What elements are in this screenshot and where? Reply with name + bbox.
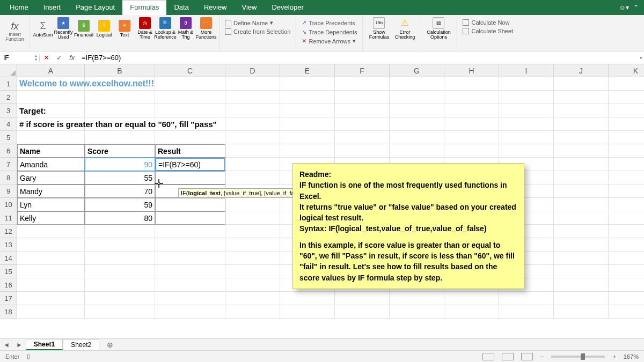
define-name-button[interactable]: Define Name ▾ <box>225 19 290 26</box>
cell-F3[interactable] <box>335 104 390 117</box>
cell-K13[interactable] <box>609 238 644 252</box>
cell-B18[interactable] <box>85 305 155 319</box>
cell-C14[interactable] <box>155 252 225 265</box>
cell-G1[interactable] <box>390 77 444 91</box>
cell-D8[interactable] <box>225 171 280 184</box>
cell-B12[interactable] <box>85 225 155 238</box>
cell-A14[interactable] <box>17 252 85 265</box>
cell-J10[interactable] <box>554 198 609 211</box>
cell-F18[interactable] <box>335 305 390 319</box>
trace-dependents-button[interactable]: ↘Trace Dependents <box>302 28 357 35</box>
date-time-button[interactable]: ◷Date & Time <box>135 17 155 40</box>
text-button[interactable]: AText <box>115 20 134 38</box>
row-header-15[interactable]: 15 <box>0 265 17 278</box>
trace-precedents-button[interactable]: ↗Trace Precedents <box>302 19 357 26</box>
cell-A15[interactable] <box>17 265 85 278</box>
cell-D4[interactable] <box>225 117 280 131</box>
cell-B9[interactable]: 70 <box>85 184 155 198</box>
tab-review[interactable]: Review <box>196 0 235 15</box>
cell-D12[interactable] <box>225 225 280 238</box>
cell-K3[interactable] <box>609 104 644 117</box>
cell-C3[interactable] <box>155 104 225 117</box>
row-header-5[interactable]: 5 <box>0 131 17 144</box>
cell-B14[interactable] <box>85 252 155 265</box>
tab-formulas[interactable]: Formulas <box>122 0 166 15</box>
cell-J1[interactable] <box>554 77 609 91</box>
cell-B10[interactable]: 59 <box>85 198 155 211</box>
cell-G4[interactable] <box>390 117 444 131</box>
cell-C5[interactable] <box>155 131 225 144</box>
cell-C13[interactable] <box>155 238 225 252</box>
cell-K8[interactable] <box>609 171 644 184</box>
cell-I1[interactable] <box>499 77 554 91</box>
cell-B2[interactable] <box>85 91 155 104</box>
remove-arrows-button[interactable]: ⨯Remove Arrows ▾ <box>302 38 357 45</box>
select-all-corner[interactable] <box>0 64 17 77</box>
cell-J6[interactable] <box>554 144 609 158</box>
add-sheet-button[interactable]: ⊕ <box>99 339 121 350</box>
tab-home[interactable]: Home <box>2 0 36 15</box>
cell-J14[interactable] <box>554 252 609 265</box>
logical-button[interactable]: ?Logical <box>94 20 114 38</box>
cell-D16[interactable] <box>225 278 280 292</box>
cell-K4[interactable] <box>609 117 644 131</box>
cell-J3[interactable] <box>554 104 609 117</box>
cell-A8[interactable]: Gary <box>17 171 85 184</box>
cell-H17[interactable] <box>444 292 499 305</box>
cell-G18[interactable] <box>390 305 444 319</box>
cell-A17[interactable] <box>17 292 85 305</box>
cancel-edit-icon[interactable]: ✕ <box>40 54 53 62</box>
cell-K14[interactable] <box>609 252 644 265</box>
cell-D17[interactable] <box>225 292 280 305</box>
cell-B17[interactable] <box>85 292 155 305</box>
autosum-button[interactable]: ΣAutoSum <box>33 20 53 38</box>
cell-D11[interactable] <box>225 211 280 225</box>
cell-D3[interactable] <box>225 104 280 117</box>
cell-K1[interactable] <box>609 77 644 91</box>
cell-B3[interactable] <box>85 104 155 117</box>
row-header-14[interactable]: 14 <box>0 252 17 265</box>
cell-D5[interactable] <box>225 131 280 144</box>
col-header-B[interactable]: B <box>85 64 155 77</box>
cell-C7[interactable]: =IF(B7>=60) <box>155 158 225 171</box>
cell-F6[interactable] <box>335 144 390 158</box>
tab-view[interactable]: View <box>235 0 265 15</box>
cell-E2[interactable] <box>280 91 335 104</box>
cell-C11[interactable] <box>155 211 225 225</box>
col-header-A[interactable]: A <box>17 64 85 77</box>
sheet-tab-2[interactable]: Sheet2 <box>63 339 99 350</box>
row-header-17[interactable]: 17 <box>0 292 17 305</box>
cell-K9[interactable] <box>609 184 644 198</box>
row-header-11[interactable]: 11 <box>0 211 17 225</box>
cell-C17[interactable] <box>155 292 225 305</box>
cell-A11[interactable]: Kelly <box>17 211 85 225</box>
cell-K15[interactable] <box>609 265 644 278</box>
cell-K5[interactable] <box>609 131 644 144</box>
cell-H2[interactable] <box>444 91 499 104</box>
zoom-out-button[interactable]: − <box>540 353 544 360</box>
cell-B15[interactable] <box>85 265 155 278</box>
cell-D15[interactable] <box>225 265 280 278</box>
cell-I5[interactable] <box>499 131 554 144</box>
namebox-down-icon[interactable]: ▼ <box>33 58 39 62</box>
zoom-in-button[interactable]: + <box>612 353 616 360</box>
cell-H6[interactable] <box>444 144 499 158</box>
col-header-C[interactable]: C <box>155 64 225 77</box>
cell-J12[interactable] <box>554 225 609 238</box>
cell-A6[interactable]: Name <box>17 144 85 158</box>
formula-bar-expand-icon[interactable]: ▾ <box>638 55 644 61</box>
cell-E17[interactable] <box>280 292 335 305</box>
name-box[interactable]: IF ▲▼ <box>0 54 40 62</box>
formula-input[interactable]: =IF(B7>=60) <box>78 54 638 62</box>
cell-E3[interactable] <box>280 104 335 117</box>
cell-G2[interactable] <box>390 91 444 104</box>
sheet-tab-1[interactable]: Sheet1 <box>26 339 63 350</box>
cell-I6[interactable] <box>499 144 554 158</box>
col-header-F[interactable]: F <box>335 64 390 77</box>
row-header-3[interactable]: 3 <box>0 104 17 117</box>
row-header-2[interactable]: 2 <box>0 91 17 104</box>
calculate-sheet-button[interactable]: Calculate Sheet <box>463 28 513 34</box>
tab-page-layout[interactable]: Page Layout <box>68 0 122 15</box>
cell-J15[interactable] <box>554 265 609 278</box>
cell-J8[interactable] <box>554 171 609 184</box>
